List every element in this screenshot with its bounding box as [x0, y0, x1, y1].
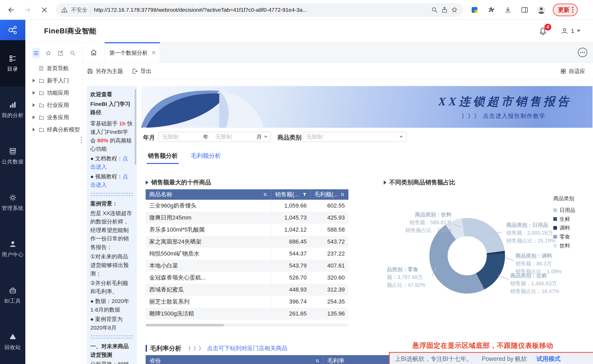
column-header-province[interactable]: 省份: [146, 355, 324, 364]
new-edit-icon[interactable]: [57, 48, 65, 58]
sidebar-item-user-center[interactable]: 用户中心: [0, 226, 25, 272]
donut-legend: 商品类别 日用品 生鲜 调料 零食 饮料: [553, 195, 575, 250]
bookmark-star-icon[interactable]: [451, 7, 458, 13]
notification-badge: 4: [544, 24, 551, 31]
learning-panel: 欢迎查看 FineBI 入门学习路径 零基础新手 1h 快速入门FineBI学会…: [87, 86, 137, 364]
directory-folder-features[interactable]: 功能应用: [25, 87, 82, 99]
folder-icon: [39, 90, 44, 96]
person-icon: [9, 240, 17, 248]
sidebar-item-my-analysis[interactable]: 我的分析: [0, 87, 25, 133]
downloads-icon[interactable]: [503, 5, 513, 15]
drill-down-link[interactable]: 点击可下钻到对应门店相关商品: [207, 344, 287, 352]
directory-folder-getting-started[interactable]: 新手入门: [25, 74, 82, 87]
table-row[interactable]: 家之寓圆形24夹晒架686.45543.72: [146, 236, 348, 248]
browser-back-icon[interactable]: [6, 5, 16, 15]
browser-forward-icon[interactable]: [22, 5, 33, 15]
legend-item[interactable]: 生鲜: [553, 215, 575, 223]
legend-item[interactable]: 零食: [553, 232, 575, 241]
table-row[interactable]: 本地小白菜543.79407.61: [146, 260, 348, 272]
legend-item[interactable]: 调料: [553, 223, 575, 232]
banner-cta-link[interactable]: 〉〉〉 点击进入报告制作教学: [461, 112, 545, 120]
doc-tutorial-line: ● 文档教程：点击进入: [90, 154, 133, 171]
triple-arrow-icon: 〉〉〉: [188, 345, 204, 352]
tab-more-icon[interactable]: [578, 48, 587, 57]
caret-right-icon[interactable]: [33, 79, 35, 82]
table-row[interactable]: 微爽日用245mm1,045.73425.93: [146, 212, 348, 224]
year-month-filter-label: 年月: [143, 134, 155, 142]
sort-icon[interactable]: [263, 192, 268, 197]
directory-search-icon[interactable]: [69, 48, 77, 58]
table-row[interactable]: 丽芝士散装系列396.74254.35: [146, 296, 348, 308]
app-title: FineBI商业智能: [44, 26, 97, 36]
sort-icon[interactable]: [315, 359, 320, 363]
folder-icon: [39, 78, 44, 83]
save-as-theme-button[interactable]: 另存为主题: [87, 68, 123, 75]
year-month-filter[interactable]: 无限制 年 无限制 月: [159, 132, 271, 142]
table-row[interactable]: 雕牌1500g洗洁精261.65135.96: [146, 308, 348, 320]
favorites-star-icon[interactable]: [44, 48, 52, 58]
sidebar-item-public-data[interactable]: 公共数据: [0, 133, 25, 179]
search-icon[interactable]: [431, 7, 438, 13]
dropdown-arrow-icon: [399, 136, 403, 138]
sidebar-item-bi-tools[interactable]: BI工具: [0, 272, 25, 319]
caret-right-icon[interactable]: [33, 103, 35, 107]
legend-item[interactable]: 饮料: [553, 241, 575, 250]
category-filter[interactable]: 无限制: [303, 132, 406, 142]
omnibox-divider: [91, 7, 91, 13]
table-row[interactable]: 纯悦550ml矿物质水544.37237.22: [146, 248, 348, 260]
address-bar[interactable]: 不安全 http://172.16.7.178:37799/webroot/de…: [56, 3, 463, 17]
sales-table-title: 销售额最大的十件商品: [146, 178, 211, 186]
triple-arrow-icon: 〉〉〉: [461, 112, 480, 120]
browser-menu-icon[interactable]: [572, 7, 573, 13]
caret-right-icon[interactable]: [33, 116, 35, 119]
intro-text: 零基础新手 1h 快速入门FineBI学会 80% 的高频核心功能: [90, 119, 133, 153]
fit-mode-button[interactable]: 自适应: [560, 68, 585, 75]
trial-mode-link[interactable]: 试用模式: [536, 355, 560, 363]
close-tab-icon[interactable]: ✕: [151, 50, 156, 56]
export-button[interactable]: 导出: [132, 68, 151, 75]
filter-funnel-icon[interactable]: [303, 192, 307, 197]
collapse-triangle-icon[interactable]: [384, 180, 387, 185]
collapse-triangle-icon[interactable]: [146, 180, 149, 185]
column-header-profit[interactable]: 毛利额(...: [311, 189, 348, 200]
browser-profile-avatar[interactable]: [536, 5, 547, 15]
sidebar-item-catalog[interactable]: 目录: [0, 40, 25, 87]
list-view-icon[interactable]: [32, 48, 40, 58]
table-row[interactable]: 西域香妃蜜瓜448.93312.39: [146, 284, 348, 296]
directory-folder-business[interactable]: 业务应用: [25, 111, 82, 123]
sidebar-item-recycle-bin[interactable]: 回收站: [0, 319, 25, 364]
chrome-update-button[interactable]: 更新: [553, 4, 578, 16]
column-header-sales[interactable]: 销售额(...: [271, 189, 311, 200]
filter-row: 年月 无限制 年 无限制 月 商品类别 无限制: [141, 132, 592, 142]
legend-item[interactable]: 日用品: [553, 206, 575, 215]
side-panel-icon[interactable]: [519, 5, 530, 15]
table-row[interactable]: 养乐多100ml*5乳酸菌1,042.12588.58: [146, 224, 348, 236]
caret-right-icon[interactable]: [33, 128, 35, 131]
tab-profit-analysis[interactable]: 毛利额分析: [190, 151, 222, 163]
table-row[interactable]: 三全960g奶香馒头1,059.66602.55: [146, 200, 348, 212]
extension-colored-icon[interactable]: [469, 5, 480, 15]
primary-sidebar: 目录 我的分析 公共数据 管理系统 用户中心: [0, 20, 25, 364]
home-tab[interactable]: [83, 42, 105, 62]
learning-panel-scrollbar[interactable]: [135, 89, 136, 165]
sheet-tabs: 销售额分析 毛利额分析: [141, 151, 222, 163]
extensions-puzzle-icon[interactable]: [486, 5, 496, 15]
tab-sales-analysis[interactable]: 销售额分析: [147, 151, 179, 164]
dashboard-tabstrip: 第一个数据分析... ✕: [83, 42, 593, 63]
tab-first-analysis[interactable]: 第一个数据分析... ✕: [105, 42, 160, 62]
table-row[interactable]: 金冠森香颂夹心蛋糕...526.70320.60: [146, 272, 348, 284]
export-icon: [132, 68, 138, 74]
sort-icon[interactable]: [340, 192, 345, 197]
finebi-logo[interactable]: [0, 20, 25, 40]
browser-stop-icon[interactable]: [39, 5, 50, 15]
caret-right-icon[interactable]: [33, 91, 35, 95]
table-horizontal-scrollbar[interactable]: [146, 324, 348, 326]
column-header-product[interactable]: 商品名称: [146, 189, 271, 200]
directory-item-home[interactable]: 首页导航: [25, 62, 82, 74]
user-menu[interactable]: 1: [561, 27, 580, 35]
share-icon[interactable]: [441, 7, 448, 13]
notifications-button[interactable]: 4: [539, 27, 547, 35]
directory-folder-industry[interactable]: 行业应用: [25, 99, 82, 111]
sidebar-item-admin[interactable]: 管理系统: [0, 179, 25, 226]
directory-folder-classic-models[interactable]: 经典分析模型: [25, 123, 82, 136]
